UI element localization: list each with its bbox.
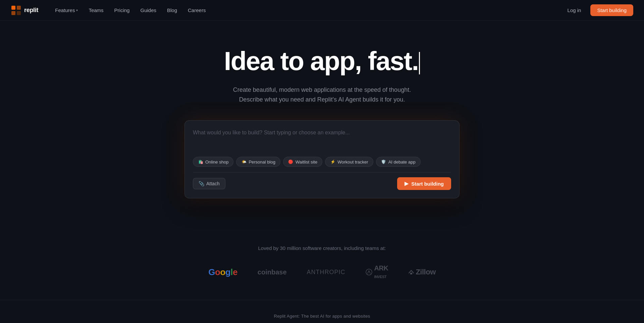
attach-button[interactable]: 📎 Attach (193, 178, 225, 189)
hero-title: Idea to app, fast. (224, 47, 420, 76)
svg-point-4 (366, 269, 372, 275)
zillow-logo: Zillow (408, 268, 435, 276)
builder-footer: 📎 Attach ▶ Start building (193, 172, 451, 190)
anthropic-logo: ANTHROPIC (307, 269, 345, 276)
bottom-section: Replit Agent: The best AI for apps and w… (0, 300, 644, 323)
logo-text: replit (24, 7, 38, 14)
hero-section: Idea to app, fast. Create beautiful, mod… (0, 0, 644, 245)
waitlist-site-icon: 🔴 (288, 159, 293, 165)
chip-ai-debate[interactable]: 🛡️ AI debate app (376, 157, 421, 167)
coinbase-logo: coinbase (258, 268, 287, 276)
arrow-right-icon: ▶ (405, 181, 409, 187)
nav-features[interactable]: Features ▾ (50, 5, 83, 16)
hero-subtitle: Create beautiful, modern web application… (228, 85, 416, 105)
login-button[interactable]: Log in (562, 5, 587, 16)
svg-rect-2 (11, 11, 15, 15)
chip-waitlist-site[interactable]: 🔴 Waitlist site (283, 157, 322, 167)
chip-online-shop[interactable]: 🛍️ Online shop (193, 157, 233, 167)
builder-box: 🛍️ Online shop 🌤️ Personal blog 🔴 Waitli… (184, 120, 460, 198)
nav-blog[interactable]: Blog (162, 5, 182, 16)
paperclip-icon: 📎 (199, 181, 204, 186)
online-shop-icon: 🛍️ (198, 159, 203, 165)
nav-pricing[interactable]: Pricing (110, 5, 135, 16)
social-proof-section: Loved by 30 million software creators, i… (0, 245, 644, 300)
svg-rect-1 (17, 6, 21, 10)
personal-blog-icon: 🌤️ (241, 159, 247, 165)
logo-link[interactable]: replit (11, 5, 38, 16)
nav-careers[interactable]: Careers (183, 5, 210, 16)
chip-workout-tracker[interactable]: ⚡ Workout tracker (325, 157, 373, 167)
logos-row: Google coinbase ANTHROPIC ARKINVEST Zill… (208, 264, 436, 280)
chips-row: 🛍️ Online shop 🌤️ Personal blog 🔴 Waitli… (193, 157, 451, 167)
builder-input[interactable] (193, 129, 451, 153)
start-building-button[interactable]: ▶ Start building (397, 177, 451, 190)
svg-rect-3 (17, 11, 21, 15)
cursor-blink (419, 52, 420, 74)
workout-tracker-icon: ⚡ (330, 159, 335, 165)
zillow-icon (408, 269, 414, 275)
svg-rect-0 (11, 6, 15, 10)
ark-icon (366, 269, 372, 275)
nav-teams[interactable]: Teams (84, 5, 108, 16)
replit-logo-icon (11, 5, 21, 16)
ai-debate-icon: 🛡️ (381, 159, 386, 165)
start-building-nav-button[interactable]: Start building (590, 4, 633, 16)
chip-personal-blog[interactable]: 🌤️ Personal blog (236, 157, 280, 167)
nav-links: Features ▾ Teams Pricing Guides Blog Car… (50, 5, 562, 16)
nav-guides[interactable]: Guides (136, 5, 161, 16)
chevron-down-icon: ▾ (76, 8, 78, 12)
social-proof-text: Loved by 30 million software creators, i… (258, 245, 386, 251)
ark-invest-logo: ARKINVEST (366, 264, 388, 280)
bottom-label: Replit Agent: The best AI for apps and w… (274, 314, 370, 319)
nav-right: Log in Start building (562, 4, 633, 16)
navbar: replit Features ▾ Teams Pricing Guides B… (0, 0, 644, 21)
google-logo: Google (208, 267, 237, 277)
svg-rect-5 (410, 273, 412, 274)
